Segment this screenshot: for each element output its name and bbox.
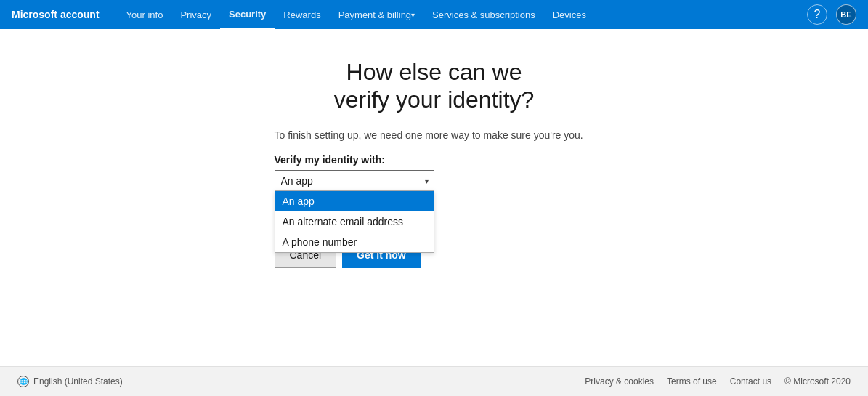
dropdown-option-phone-number[interactable]: A phone number	[275, 232, 434, 252]
site-footer: 🌐 English (United States) Privacy & cook…	[0, 366, 868, 396]
privacy-cookies-link[interactable]: Privacy & cookies	[585, 376, 654, 387]
user-avatar[interactable]: BE	[836, 4, 856, 25]
verify-label: Verify my identity with:	[275, 154, 385, 166]
help-button[interactable]: ?	[807, 4, 827, 25]
identity-dropdown-container: An app ▾ An app An alternate email addre…	[275, 170, 434, 192]
site-header: Microsoft account Your info Privacy Secu…	[0, 0, 868, 29]
globe-icon: 🌐	[17, 376, 29, 387]
terms-of-use-link[interactable]: Terms of use	[667, 376, 717, 387]
main-content: How else can we verify your identity? To…	[0, 29, 868, 366]
nav-devices[interactable]: Devices	[544, 0, 595, 29]
copyright-text: © Microsoft 2020	[784, 376, 851, 387]
nav-services-subscriptions[interactable]: Services & subscriptions	[423, 0, 544, 29]
footer-links: Privacy & cookies Terms of use Contact u…	[585, 376, 851, 387]
footer-locale: 🌐 English (United States)	[17, 376, 123, 387]
page-title: How else can we verify your identity?	[275, 58, 594, 114]
subtitle-text: To finish setting up, we need one more w…	[275, 129, 583, 143]
brand-logo: Microsoft account	[12, 9, 110, 20]
dropdown-option-an-app[interactable]: An app	[275, 191, 434, 211]
nav-your-info[interactable]: Your info	[118, 0, 172, 29]
content-box: How else can we verify your identity? To…	[275, 58, 594, 268]
nav-rewards[interactable]: Rewards	[275, 0, 329, 29]
identity-dropdown[interactable]: An app	[275, 170, 434, 192]
main-nav: Your info Privacy Security Rewards Payme…	[118, 0, 807, 29]
locale-label: English (United States)	[33, 376, 123, 387]
nav-privacy[interactable]: Privacy	[171, 0, 220, 29]
contact-us-link[interactable]: Contact us	[730, 376, 771, 387]
dropdown-option-alternate-email[interactable]: An alternate email address	[275, 211, 434, 232]
nav-security[interactable]: Security	[220, 0, 275, 29]
nav-payment-billing[interactable]: Payment & billing	[330, 0, 423, 29]
dropdown-options-list: An app An alternate email address A phon…	[275, 190, 434, 253]
header-right: ? BE	[807, 4, 856, 25]
